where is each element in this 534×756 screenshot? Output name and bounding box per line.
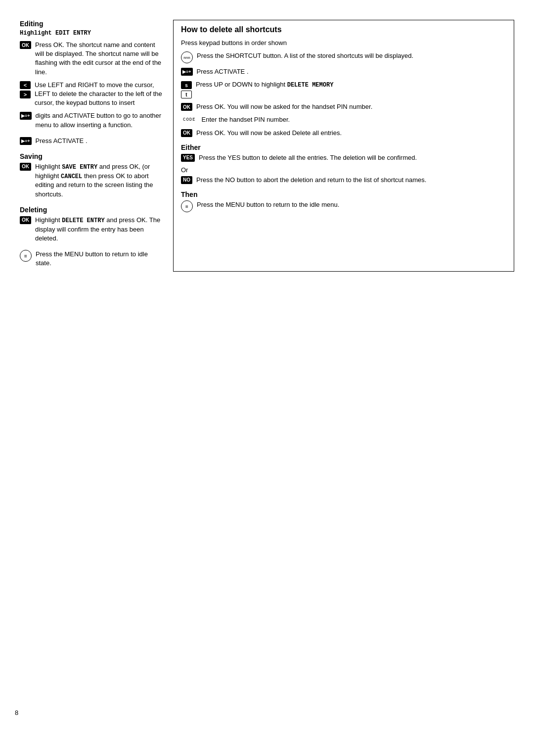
- saving-title: Saving: [20, 152, 163, 160]
- then-heading: Then: [181, 190, 506, 198]
- right-ok-text-2: Press OK. You will now be asked Delete a…: [196, 129, 342, 138]
- ok-badge-3: OK: [20, 216, 31, 224]
- left-arrow-badge: <: [20, 81, 31, 89]
- yes-row: YES Press the YES button to delete all t…: [181, 153, 506, 162]
- right-title: How to delete all shortcuts: [181, 25, 506, 34]
- right-ok-badge-2: OK: [181, 129, 192, 137]
- page-number: 8: [15, 709, 18, 716]
- deleting-row: OK Highlight DELETE ENTRY and press OK. …: [20, 216, 163, 243]
- editing-subtitle: Highlight EDIT ENTRY: [20, 30, 163, 37]
- or-heading: Or: [181, 166, 506, 174]
- right-ok-row-1: OK Press OK. You will now be asked for t…: [181, 102, 506, 111]
- saving-text: Highlight SAVE ENTRY and press OK, (or h…: [35, 162, 163, 199]
- right-ok-row-2: OK Press OK. You will now be asked Delet…: [181, 129, 506, 138]
- menu-text-left: Press the MENU button to return to idle …: [36, 250, 163, 268]
- left-right-text: Use LEFT and RIGHT to move the cursor, L…: [35, 81, 162, 106]
- deleting-text: Highlight DELETE ENTRY and press OK. The…: [35, 216, 163, 243]
- yes-badge: YES: [181, 154, 195, 162]
- press-note: Press keypad buttons in order shown: [181, 39, 506, 47]
- left-column: Editing Highlight EDIT ENTRY OK Press OK…: [20, 20, 163, 272]
- right-column: How to delete all shortcuts Press keypad…: [173, 20, 514, 272]
- ok-row-1: OK Press OK. The shortcut name and conte…: [20, 41, 163, 77]
- activate-text-2: Press ACTIVATE .: [36, 137, 88, 145]
- menu-icon-right: ≡: [181, 200, 193, 212]
- menu-row-left: ≡ Press the MENU button to return to idl…: [20, 250, 163, 268]
- no-badge: NO: [181, 176, 192, 184]
- either-heading: Either: [181, 143, 506, 151]
- code-badge: CODE: [181, 116, 198, 124]
- activate-text-1: digits and ACTIVATE button to go to anot…: [36, 111, 163, 129]
- right-ok-badge-1: OK: [181, 103, 192, 111]
- activate-row-2: ▶≡+ Press ACTIVATE .: [20, 137, 163, 145]
- shortcut-icon: nnn: [181, 51, 193, 63]
- activate-badge-1: ▶≡+: [20, 112, 32, 120]
- right-activate-text: Press ACTIVATE .: [197, 67, 249, 76]
- right-arrow-badge: >: [20, 91, 31, 98]
- code-text: Enter the handset PIN number.: [202, 115, 290, 124]
- ok-badge-1: OK: [20, 41, 31, 49]
- updown-badges: s t: [181, 81, 192, 98]
- ok-text-1: Press OK. The shortcut name and content …: [35, 41, 163, 77]
- s-badge: s: [181, 81, 192, 89]
- menu-icon-left: ≡: [20, 250, 32, 262]
- right-activate-row: ▶≡+ Press ACTIVATE .: [181, 67, 506, 76]
- saving-row: OK Highlight SAVE ENTRY and press OK, (o…: [20, 162, 163, 199]
- yes-text: Press the YES button to delete all the e…: [199, 153, 417, 162]
- no-text: Press the NO button to abort the deletio…: [196, 176, 426, 185]
- ok-badge-2: OK: [20, 163, 31, 171]
- code-row: CODE Enter the handset PIN number.: [181, 115, 506, 124]
- right-activate-badge: ▶≡+: [181, 68, 193, 76]
- then-text: Press the MENU button to return to the i…: [197, 200, 339, 209]
- shortcut-row: nnn Press the SHORTCUT button. A list of…: [181, 51, 506, 63]
- updown-row: s t Press UP or DOWN to highlight DELETE…: [181, 80, 506, 98]
- activate-badge-2: ▶≡+: [20, 137, 32, 145]
- right-ok-text-1: Press OK. You will now be asked for the …: [196, 102, 372, 111]
- deleting-title: Deleting: [20, 206, 163, 214]
- arrow-row: < > Use LEFT and RIGHT to move the curso…: [20, 81, 163, 108]
- menu-row-right: ≡ Press the MENU button to return to the…: [181, 200, 506, 212]
- shortcut-text: Press the SHORTCUT button. A list of the…: [197, 51, 413, 60]
- t-badge: t: [181, 91, 192, 98]
- updown-text: Press UP or DOWN to highlight DELETE MEM…: [196, 80, 333, 90]
- editing-title: Editing: [20, 20, 163, 28]
- no-row: NO Press the NO button to abort the dele…: [181, 176, 506, 185]
- activate-row-1: ▶≡+ digits and ACTIVATE button to go to …: [20, 111, 163, 129]
